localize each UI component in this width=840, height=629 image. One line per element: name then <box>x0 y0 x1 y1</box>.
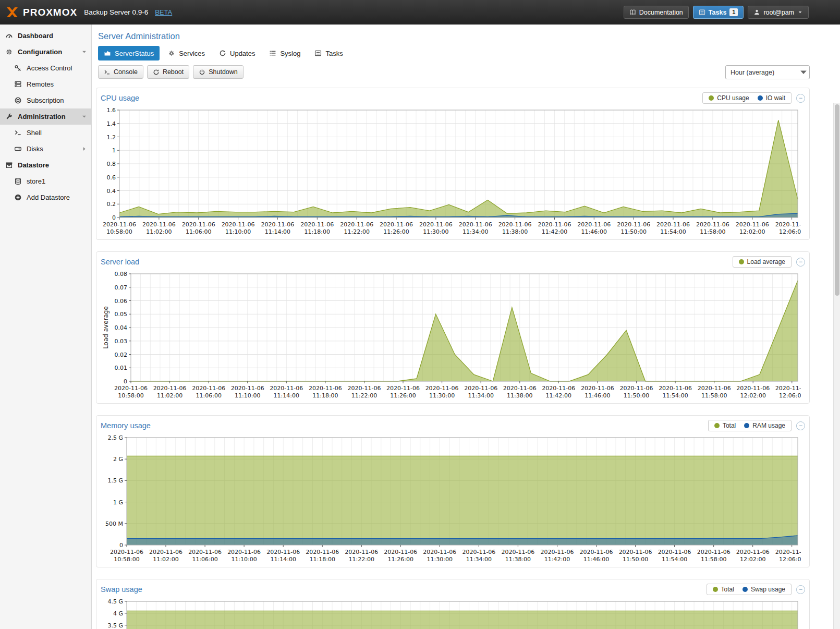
user-menu-button[interactable]: root@pam <box>748 6 809 19</box>
svg-text:11:58:00: 11:58:00 <box>701 392 727 399</box>
sidebar-item-add-datastore[interactable]: Add Datastore <box>0 189 91 205</box>
sidebar-item-shell[interactable]: Shell <box>0 125 91 141</box>
reboot-button[interactable]: Reboot <box>147 65 189 79</box>
collapse-panel-button[interactable]: − <box>796 421 805 430</box>
timeframe-select[interactable]: Hour (average) <box>725 65 810 79</box>
sidebar-item-dashboard[interactable]: Dashboard <box>0 28 91 44</box>
legend-label: Total <box>721 586 734 593</box>
svg-text:11:02:00: 11:02:00 <box>157 392 182 399</box>
shutdown-button[interactable]: Shutdown <box>193 65 244 79</box>
svg-text:0.8: 0.8 <box>107 161 116 167</box>
svg-text:2020-11-06: 2020-11-06 <box>577 221 611 228</box>
svg-text:0: 0 <box>119 542 123 549</box>
panel-title: CPU usage <box>101 94 139 102</box>
svg-text:1 G: 1 G <box>113 499 123 506</box>
archive-icon <box>5 161 13 169</box>
svg-text:11:30:00: 11:30:00 <box>429 392 455 399</box>
beta-link[interactable]: BETA <box>155 8 172 16</box>
svg-text:11:38:00: 11:38:00 <box>502 228 528 235</box>
chart-svg-memory-usage: 0500 M1 G1.5 G2 G2.5 G2020-11-0610:58:00… <box>101 432 801 564</box>
tasks-button[interactable]: Tasks 1 <box>693 6 744 19</box>
sidebar-item-label: Configuration <box>18 48 62 56</box>
tab-bar: ServerStatus Services Updates Syslog Tas… <box>92 41 840 61</box>
svg-text:11:34:00: 11:34:00 <box>462 228 488 235</box>
tab-serverstatus[interactable]: ServerStatus <box>98 46 160 61</box>
documentation-button[interactable]: Documentation <box>624 6 689 19</box>
sidebar-item-store1[interactable]: store1 <box>0 173 91 189</box>
svg-text:2020-11-06: 2020-11-06 <box>538 221 571 228</box>
svg-text:11:38:00: 11:38:00 <box>505 556 531 563</box>
sidebar-item-label: Subscription <box>27 96 64 104</box>
chart-panel-swap-usage: Swap usage Total Swap usage − 0500 M1 G1… <box>96 579 810 629</box>
svg-text:11:26:00: 11:26:00 <box>390 392 416 399</box>
sidebar-item-remotes[interactable]: Remotes <box>0 76 91 92</box>
panel-title: Swap usage <box>101 585 142 594</box>
svg-text:11:06:00: 11:06:00 <box>196 392 221 399</box>
brand: PROXMOX Backup Server 0.9-6 BETA <box>5 6 172 18</box>
tab-updates[interactable]: Updates <box>213 46 261 61</box>
chart-legend: CPU usage IO wait <box>702 92 792 104</box>
collapse-panel-button[interactable]: − <box>796 585 805 594</box>
legend-dot <box>758 95 763 101</box>
vertical-scrollbar[interactable] <box>833 103 840 629</box>
sidebar-item-access-control[interactable]: Access Control <box>0 60 91 76</box>
sidebar-item-disks[interactable]: Disks <box>0 141 91 157</box>
tab-services[interactable]: Services <box>162 46 211 61</box>
toolbar: Console Reboot Shutdown Hour (average) <box>92 61 840 83</box>
sidebar-item-label: Dashboard <box>18 32 53 40</box>
svg-text:2020-11-06: 2020-11-06 <box>340 221 373 228</box>
svg-text:4 G: 4 G <box>113 610 123 617</box>
wrench-icon <box>5 113 13 120</box>
console-button[interactable]: Console <box>98 65 143 79</box>
collapse-panel-button[interactable]: − <box>796 258 805 267</box>
legend-item: Total <box>714 422 736 429</box>
svg-text:0.03: 0.03 <box>115 338 128 345</box>
svg-text:2020-11-06: 2020-11-06 <box>541 549 574 555</box>
svg-text:0.6: 0.6 <box>107 174 116 181</box>
svg-text:11:22:00: 11:22:00 <box>351 392 377 399</box>
svg-text:2020-11-06: 2020-11-06 <box>498 221 532 228</box>
lifebuoy-icon <box>14 96 22 104</box>
reboot-icon <box>153 69 160 76</box>
svg-text:2020-11-06: 2020-11-06 <box>736 385 770 392</box>
caret-down-icon[interactable] <box>81 113 88 120</box>
sidebar-item-label: Add Datastore <box>27 193 70 201</box>
svg-text:2020-11-06: 2020-11-06 <box>142 221 176 228</box>
chart-svg-swap-usage: 0500 M1 G1.5 G2 G2.5 G3 G3.5 G4 G4.5 G20… <box>101 596 801 629</box>
legend-item: IO wait <box>758 94 785 102</box>
svg-text:11:02:00: 11:02:00 <box>146 228 172 235</box>
legend-item: RAM usage <box>744 422 785 429</box>
tab-label: Syslog <box>280 50 300 57</box>
legend-label: Swap usage <box>751 586 785 593</box>
svg-text:0.06: 0.06 <box>115 298 128 305</box>
combo-caret-icon[interactable] <box>798 66 809 79</box>
sidebar-item-administration[interactable]: Administration <box>0 108 91 125</box>
collapse-panel-button[interactable]: − <box>796 94 805 103</box>
legend-dot <box>713 587 718 592</box>
sidebar-item-datastore[interactable]: Datastore <box>0 157 91 173</box>
caret-down-icon[interactable] <box>81 49 88 55</box>
svg-text:2020-11-06: 2020-11-06 <box>153 385 187 392</box>
tab-tasks[interactable]: Tasks <box>309 46 348 61</box>
svg-text:0.02: 0.02 <box>115 352 128 358</box>
caret-right-icon[interactable] <box>81 146 88 152</box>
svg-text:Load average: Load average <box>102 306 109 349</box>
refresh-icon <box>219 50 226 57</box>
svg-text:4.5 G: 4.5 G <box>107 598 123 605</box>
gears-icon <box>5 48 13 56</box>
svg-text:2020-11-06: 2020-11-06 <box>698 385 731 392</box>
legend-label: Load average <box>747 258 785 265</box>
scrollbar-thumb[interactable] <box>835 104 839 296</box>
svg-text:11:54:00: 11:54:00 <box>662 556 687 563</box>
tab-syslog[interactable]: Syslog <box>263 46 306 61</box>
svg-text:11:18:00: 11:18:00 <box>305 228 330 235</box>
svg-text:11:26:00: 11:26:00 <box>388 556 413 563</box>
sidebar-item-label: Shell <box>27 129 42 137</box>
sidebar-item-subscription[interactable]: Subscription <box>0 92 91 108</box>
svg-text:11:26:00: 11:26:00 <box>383 228 409 235</box>
legend-label: IO wait <box>766 94 785 102</box>
svg-text:1.2: 1.2 <box>107 134 116 141</box>
chart-panel-memory-usage: Memory usage Total RAM usage − 0500 M1 G… <box>96 415 810 567</box>
sidebar-item-configuration[interactable]: Configuration <box>0 44 91 60</box>
svg-text:2020-11-06: 2020-11-06 <box>222 221 255 228</box>
